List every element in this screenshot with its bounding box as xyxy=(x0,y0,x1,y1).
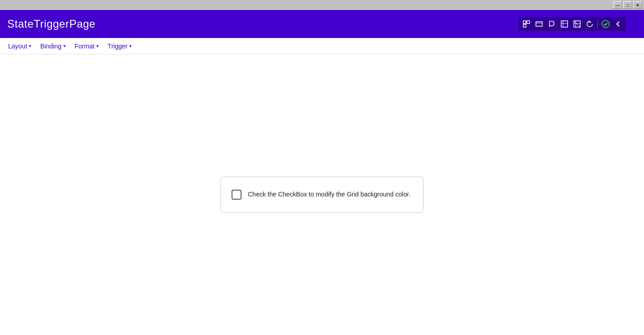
app-header: StateTriggerPage xyxy=(0,10,644,38)
menu-format-chevron: ▾ xyxy=(96,43,99,48)
toolbar-btn-3[interactable] xyxy=(546,18,558,30)
svg-line-11 xyxy=(574,21,580,27)
svg-rect-3 xyxy=(536,22,542,26)
checkbox-card: Check the CheckBox to modify the Grid ba… xyxy=(220,177,424,213)
toolbar-btn-6[interactable] xyxy=(584,18,596,30)
title-bar: — □ ✕ xyxy=(0,0,644,10)
menu-layout-label: Layout xyxy=(8,43,27,50)
main-content: Check the CheckBox to modify the Grid ba… xyxy=(0,54,644,335)
svg-rect-2 xyxy=(523,24,526,27)
checkbox-label: Check the CheckBox to modify the Grid ba… xyxy=(248,190,411,199)
app-title: StateTriggerPage xyxy=(7,18,95,30)
grid-color-checkbox[interactable] xyxy=(232,190,242,200)
toolbar-separator xyxy=(597,20,598,28)
menu-item-layout[interactable]: Layout ▾ xyxy=(4,40,36,53)
toolbar-btn-arrow[interactable] xyxy=(612,18,624,30)
toolbar xyxy=(519,17,626,31)
menu-layout-chevron: ▾ xyxy=(29,43,31,48)
menu-item-binding[interactable]: Binding ▾ xyxy=(36,40,70,53)
svg-rect-1 xyxy=(527,21,530,24)
close-button[interactable]: ✕ xyxy=(633,1,642,9)
menu-binding-label: Binding xyxy=(40,43,62,50)
menu-trigger-chevron: ▾ xyxy=(129,43,132,48)
toolbar-btn-2[interactable] xyxy=(533,18,545,30)
toolbar-btn-check[interactable] xyxy=(600,18,611,30)
toolbar-btn-4[interactable] xyxy=(559,18,570,30)
toolbar-btn-5[interactable] xyxy=(571,18,583,30)
restore-button[interactable]: □ xyxy=(623,1,632,9)
menu-format-label: Format xyxy=(75,43,95,50)
minimize-button[interactable]: — xyxy=(613,1,622,9)
menu-item-format[interactable]: Format ▾ xyxy=(70,40,103,53)
svg-rect-5 xyxy=(561,21,568,27)
menu-item-trigger[interactable]: Trigger ▾ xyxy=(103,40,136,53)
menu-binding-chevron: ▾ xyxy=(63,43,66,48)
toolbar-btn-1[interactable] xyxy=(521,18,532,30)
svg-point-12 xyxy=(602,20,609,28)
menu-trigger-label: Trigger xyxy=(108,43,128,50)
svg-rect-0 xyxy=(523,21,526,24)
menu-bar: Layout ▾ Binding ▾ Format ▾ Trigger ▾ xyxy=(0,38,644,54)
